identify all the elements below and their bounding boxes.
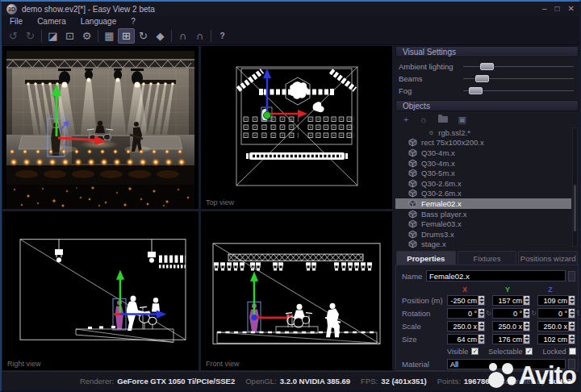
name-options-button[interactable]	[568, 271, 575, 281]
slider-handle[interactable]	[480, 63, 494, 70]
value-field[interactable]: 64 cm	[447, 334, 485, 344]
object-item[interactable]: rect 75x100x200.x	[395, 138, 571, 148]
object-item[interactable]: Q30-4m.x	[395, 158, 571, 169]
spinner[interactable]	[523, 335, 529, 344]
settings-gear-icon[interactable]: ⚙	[78, 28, 95, 44]
rotate-icon[interactable]: ↻	[486, 310, 491, 317]
undo-icon[interactable]: ↺	[5, 28, 22, 44]
rotate-icon[interactable]: ↻	[531, 310, 537, 317]
checkbox-visible[interactable]: Visible✓	[447, 348, 479, 356]
spinner[interactable]	[568, 309, 575, 318]
checkbox-box[interactable]	[569, 348, 576, 355]
checkbox-box[interactable]: ✓	[471, 348, 479, 355]
value-field[interactable]: 176 cm	[492, 334, 530, 344]
add-object-icon[interactable]: +	[403, 115, 408, 124]
spinner[interactable]	[568, 322, 575, 331]
front-view-canvas[interactable]	[201, 211, 392, 370]
open-folder-icon[interactable]	[438, 116, 448, 123]
value-field[interactable]: 250.0 x	[537, 321, 575, 332]
maximize-button[interactable]: □	[555, 5, 560, 13]
minimize-button[interactable]: –	[542, 5, 547, 13]
objects-header: Objects	[395, 100, 579, 111]
value-field[interactable]: 0 °↻	[447, 308, 485, 319]
object-item[interactable]: Q30-2.6m.x	[395, 189, 571, 199]
slider-track[interactable]	[463, 86, 575, 95]
checkbox-box[interactable]: ✓	[525, 348, 533, 355]
property-row-rotation: Rotation0 °↻0 °↻0 °↻	[399, 307, 575, 319]
value-field[interactable]: 250.0 x	[447, 321, 485, 332]
checkbox-locked[interactable]: Locked	[542, 348, 576, 356]
headphones-icon[interactable]: ∩	[174, 28, 191, 44]
object-item[interactable]: stage.x	[395, 240, 571, 248]
field-value: 250.0 x	[538, 322, 568, 331]
object-item[interactable]: Female03.x	[395, 219, 571, 229]
tab-properties[interactable]: Properties	[396, 251, 456, 265]
viewport-right[interactable]: Right view	[2, 211, 199, 370]
slider-handle[interactable]	[475, 75, 489, 82]
help-icon[interactable]: ?	[214, 28, 231, 44]
spinner[interactable]	[523, 322, 529, 331]
name-input[interactable]	[426, 270, 566, 281]
objects-list[interactable]: ☼rgb.ssl2.*rect 75x100x200.xQ30-4m.xQ30-…	[395, 126, 579, 248]
import-icon[interactable]: ⊡	[61, 28, 78, 44]
object-label: Q30-2.6m.x	[421, 189, 462, 198]
spinner[interactable]	[568, 296, 575, 305]
spinner[interactable]	[478, 296, 484, 305]
menu-item-camera[interactable]: Camera	[37, 17, 66, 26]
checkbox-selectable[interactable]: Selectable✓	[488, 348, 533, 356]
object-item[interactable]: Q30-2.6m.x	[395, 178, 571, 189]
object-item[interactable]: ☼rgb.ssl2.*	[395, 127, 571, 138]
slider-row-beams: Beams	[399, 73, 575, 85]
viewport-top[interactable]: Top view	[201, 46, 392, 209]
laser-icon[interactable]: ◆	[152, 28, 169, 44]
tab-fixtures[interactable]: Fixtures	[458, 251, 517, 265]
objects-scrollbar[interactable]	[572, 127, 578, 247]
rotate-icon[interactable]: ↻	[576, 310, 581, 317]
viewport-front[interactable]: Front view	[201, 211, 392, 370]
field-value: 102 cm	[538, 335, 568, 344]
value-field[interactable]: 102 cm	[537, 334, 575, 344]
reset-view-icon[interactable]: ↻	[135, 28, 152, 44]
value-field[interactable]: 250.0 x	[492, 321, 530, 332]
add-fixture-icon[interactable]: ☼	[419, 115, 427, 124]
new-scene-icon[interactable]: ◪	[44, 28, 61, 44]
add-box-icon[interactable]: ▣	[458, 115, 466, 124]
spinner[interactable]	[523, 296, 529, 305]
menu-item-file[interactable]: File	[10, 17, 23, 26]
redo-icon[interactable]: ↻	[22, 28, 39, 44]
value-field[interactable]: 109 cm	[537, 295, 575, 306]
menu-item-help[interactable]: ?	[131, 17, 136, 26]
spinner[interactable]	[478, 309, 484, 318]
layout-grid-icon[interactable]: ⊞	[118, 28, 135, 44]
stage-3d-canvas[interactable]	[2, 46, 199, 209]
headphones-mic-icon[interactable]: ∩	[191, 28, 208, 44]
scrollbar-thumb[interactable]	[574, 185, 576, 231]
object-item[interactable]: Bass player.x	[395, 209, 571, 219]
slider-track[interactable]	[463, 62, 575, 71]
object-item[interactable]: Female02.x	[395, 198, 571, 209]
slider-track[interactable]	[463, 74, 575, 83]
close-button[interactable]: ✕	[568, 5, 575, 13]
viewport-3d[interactable]	[2, 46, 199, 209]
value-field[interactable]: 0 °↻	[537, 308, 575, 319]
object-item[interactable]: Drums3.x	[395, 229, 571, 240]
tab-positions-wizard[interactable]: Positions wizard	[518, 251, 578, 265]
top-view-canvas[interactable]	[201, 46, 392, 209]
material-options-button[interactable]	[568, 359, 575, 369]
spinner[interactable]	[568, 335, 575, 344]
material-select[interactable]: All	[447, 359, 566, 369]
right-view-canvas[interactable]	[2, 211, 199, 370]
spinner[interactable]	[523, 309, 529, 318]
toolbar: ↺↻◪⊡⚙▦⊞↻◆∩∩?	[2, 27, 579, 45]
value-field[interactable]: -250 cm	[447, 295, 485, 306]
spinner[interactable]	[478, 322, 484, 331]
menu-item-language[interactable]: Language	[81, 17, 117, 26]
value-field[interactable]: 0 °↻	[492, 308, 530, 319]
object-item[interactable]: Q30-5m.x	[395, 168, 571, 178]
object-item[interactable]: Q30-4m.x	[395, 148, 571, 158]
spinner[interactable]	[478, 335, 484, 344]
stats-icon[interactable]: ▦	[101, 28, 118, 44]
value-field[interactable]: 157 cm	[492, 295, 530, 306]
slider-handle[interactable]	[469, 87, 483, 94]
checkbox-label: Visible	[447, 348, 468, 356]
